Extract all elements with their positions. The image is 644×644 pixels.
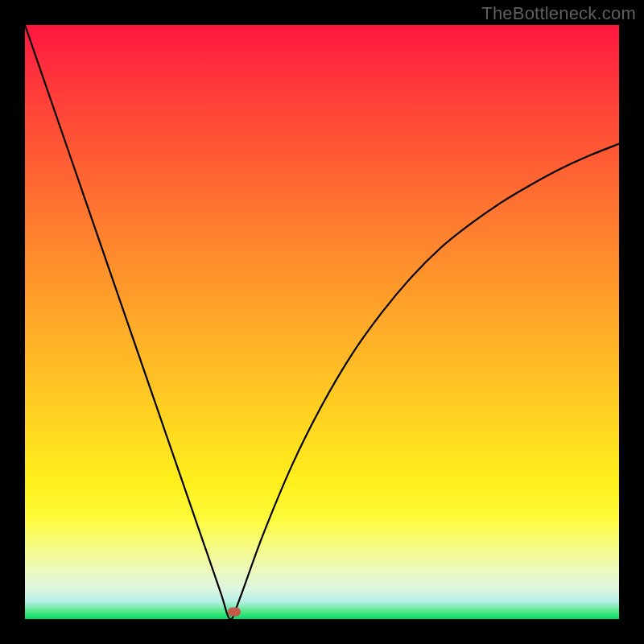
optimal-point-marker [228,608,241,617]
chart-frame: TheBottleneck.com [0,0,644,644]
bottleneck-curve [25,25,619,619]
plot-area [25,25,619,619]
watermark-text: TheBottleneck.com [481,3,636,24]
